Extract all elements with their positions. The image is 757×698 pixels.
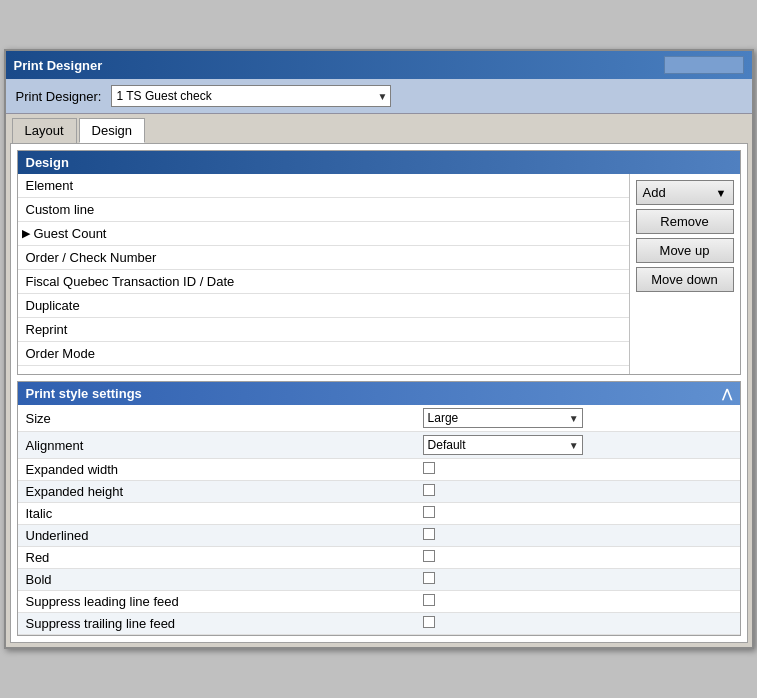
move-down-button[interactable]: Move down: [636, 267, 734, 292]
setting-value: [415, 481, 740, 503]
table-row: Suppress trailing line feed: [18, 613, 740, 635]
list-item[interactable]: Custom line: [18, 198, 629, 222]
setting-label: Size: [18, 405, 415, 432]
table-row: Size Small Medium Large Extra Large: [18, 405, 740, 432]
setting-label: Suppress leading line feed: [18, 591, 415, 613]
red-checkbox[interactable]: [423, 550, 435, 562]
move-up-button[interactable]: Move up: [636, 238, 734, 263]
table-row: Alignment Default Left Center Right: [18, 432, 740, 459]
setting-value: Default Left Center Right ▼: [415, 432, 740, 459]
bold-checkbox[interactable]: [423, 572, 435, 584]
design-section-header: Design: [18, 151, 740, 174]
print-style-body: Size Small Medium Large Extra Large: [18, 405, 740, 635]
print-designer-select-wrapper[interactable]: 1 TS Guest check 2 TS Kitchen ticket 3 T…: [111, 85, 391, 107]
design-section-body: Element Custom line ▶ Guest Count Order …: [18, 174, 740, 374]
suppress-trailing-checkbox[interactable]: [423, 616, 435, 628]
expanded-height-checkbox[interactable]: [423, 484, 435, 496]
setting-label: Underlined: [18, 525, 415, 547]
list-item[interactable]: Duplicate: [18, 294, 629, 318]
list-item[interactable]: Reprint: [18, 318, 629, 342]
setting-label: Expanded height: [18, 481, 415, 503]
toolbar: Print Designer: 1 TS Guest check 2 TS Ki…: [6, 79, 752, 114]
element-list-inner: Element Custom line ▶ Guest Count Order …: [18, 174, 629, 366]
setting-label: Italic: [18, 503, 415, 525]
alignment-select[interactable]: Default Left Center Right: [423, 435, 583, 455]
table-row: Expanded width: [18, 459, 740, 481]
setting-label: Expanded width: [18, 459, 415, 481]
list-item[interactable]: Element: [18, 174, 629, 198]
setting-label: Bold: [18, 569, 415, 591]
main-window: Print Designer Print Designer: 1 TS Gues…: [4, 49, 754, 649]
tab-layout[interactable]: Layout: [12, 118, 77, 143]
list-item[interactable]: ▶ Guest Count: [18, 222, 629, 246]
size-select[interactable]: Small Medium Large Extra Large: [423, 408, 583, 428]
print-style-header: Print style settings ⋀: [18, 382, 740, 405]
setting-value: [415, 525, 740, 547]
tab-bar: Layout Design: [6, 114, 752, 143]
setting-value: [415, 459, 740, 481]
setting-value: Small Medium Large Extra Large ▼: [415, 405, 740, 432]
underlined-checkbox[interactable]: [423, 528, 435, 540]
alignment-select-wrapper[interactable]: Default Left Center Right ▼: [423, 435, 583, 455]
print-style-section: Print style settings ⋀ Size Small: [17, 381, 741, 636]
italic-checkbox[interactable]: [423, 506, 435, 518]
setting-value: [415, 591, 740, 613]
list-item[interactable]: Order / Check Number: [18, 246, 629, 270]
table-row: Suppress leading line feed: [18, 591, 740, 613]
table-row: Italic: [18, 503, 740, 525]
table-row: Expanded height: [18, 481, 740, 503]
table-row: Underlined: [18, 525, 740, 547]
setting-label: Alignment: [18, 432, 415, 459]
setting-label: Red: [18, 547, 415, 569]
design-section: Design Element Custom line ▶ Guest: [17, 150, 741, 375]
table-row: Bold: [18, 569, 740, 591]
title-bar: Print Designer: [6, 51, 752, 79]
action-buttons-panel: Add ▼ Remove Move up Move down: [630, 174, 740, 374]
window-title: Print Designer: [14, 58, 103, 73]
setting-label: Suppress trailing line feed: [18, 613, 415, 635]
title-bar-decoration: [664, 56, 744, 74]
table-row: Red: [18, 547, 740, 569]
remove-button[interactable]: Remove: [636, 209, 734, 234]
settings-table: Size Small Medium Large Extra Large: [18, 405, 740, 635]
arrow-icon: ▶: [22, 227, 30, 240]
list-item[interactable]: Fiscal Quebec Transaction ID / Date: [18, 270, 629, 294]
print-designer-label: Print Designer:: [16, 89, 102, 104]
suppress-leading-checkbox[interactable]: [423, 594, 435, 606]
setting-value: [415, 569, 740, 591]
collapse-icon[interactable]: ⋀: [722, 387, 732, 401]
tab-design[interactable]: Design: [79, 118, 145, 143]
add-button[interactable]: Add ▼: [636, 180, 734, 205]
expanded-width-checkbox[interactable]: [423, 462, 435, 474]
list-item[interactable]: Order Mode: [18, 342, 629, 366]
setting-value: [415, 613, 740, 635]
add-dropdown-icon: ▼: [716, 187, 727, 199]
size-select-wrapper[interactable]: Small Medium Large Extra Large ▼: [423, 408, 583, 428]
tab-content: Design Element Custom line ▶ Guest: [10, 143, 748, 643]
setting-value: [415, 503, 740, 525]
print-designer-select[interactable]: 1 TS Guest check 2 TS Kitchen ticket 3 T…: [111, 85, 391, 107]
setting-value: [415, 547, 740, 569]
element-list[interactable]: Element Custom line ▶ Guest Count Order …: [18, 174, 630, 374]
